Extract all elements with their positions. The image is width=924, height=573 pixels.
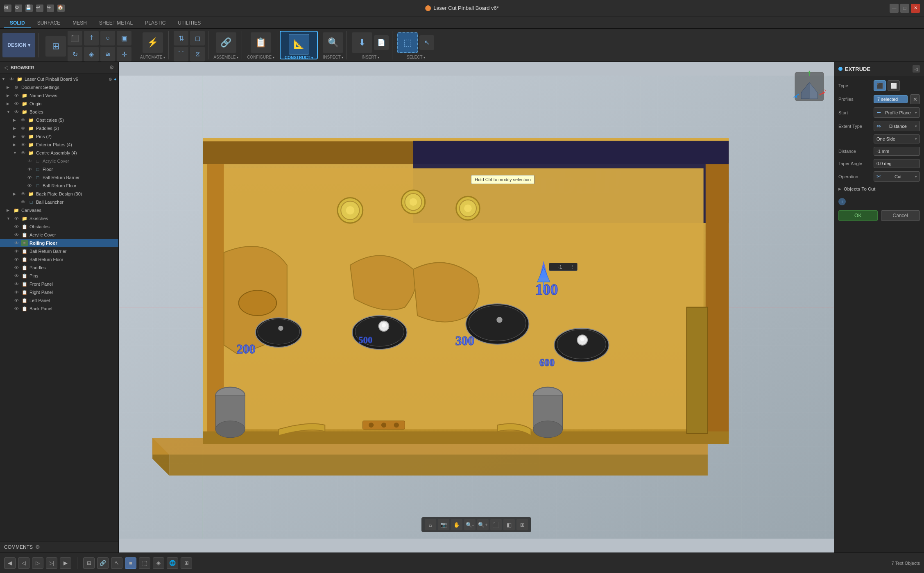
ball-return-barrier-body-eye[interactable]: 👁 [26,174,33,181]
tree-obstacles[interactable]: ▶ 👁 📁 Obsticales (5) [0,116,118,124]
type-thin-btn[interactable]: ⬜ [888,80,900,91]
status-next-btn[interactable]: ▷| [46,557,57,569]
status-end-btn[interactable]: ▶ [60,557,71,569]
root-settings-icon[interactable]: ⚙ [109,77,112,82]
comments-settings-icon[interactable]: ⚙ [35,544,40,550]
status-arrow-btn[interactable]: ↖ [111,557,122,569]
select2-icon[interactable]: ↖ [419,35,434,50]
sketches-eye[interactable]: 👁 [13,215,20,222]
tab-mesh[interactable]: MESH [67,18,93,28]
vp-display2-btn[interactable]: ◧ [503,519,515,530]
acrylic-sketch-eye[interactable]: 👁 [13,232,20,238]
status-back-btn[interactable]: ◀ [4,557,16,569]
paddles-eye[interactable]: 👁 [20,125,26,132]
distance-input-overlay[interactable]: ⋮ [549,263,578,271]
tree-origin[interactable]: ▶ 👁 📁 Origin [0,100,118,108]
tree-back-panel-sketch[interactable]: 👁 📋 Back Panel [0,305,118,313]
save-icon[interactable]: 💾 [25,5,33,12]
tab-utilities[interactable]: UTILITIES [172,18,206,28]
tree-pins[interactable]: ▶ 👁 📁 Pins (2) [0,132,118,141]
extrude-icon[interactable]: ⬛ [68,31,82,45]
obstacles-sketch-eye[interactable]: 👁 [13,223,20,230]
insert-icon[interactable]: ⬇ [352,32,372,53]
status-solid-btn[interactable]: ■ [125,557,136,569]
operation-dropdown[interactable]: ✂ Cut ▾ [874,171,920,182]
tree-named-views[interactable]: ▶ 👁 📁 Named Views [0,91,118,100]
taper-input[interactable] [876,161,917,166]
extent-type-dropdown[interactable]: ⇔ Distance ▾ [874,121,920,131]
construct-plane-icon[interactable]: 📐 [289,34,309,55]
info-button[interactable]: i [838,198,846,205]
exterior-plates-eye[interactable]: 👁 [20,141,26,148]
tab-solid[interactable]: SOLID [4,18,31,28]
extrude-collapse-btn[interactable]: ◁ [913,65,920,73]
brb-sketch-eye[interactable]: 👁 [13,248,20,255]
front-panel-eye[interactable]: 👁 [13,281,20,287]
tree-left-panel-sketch[interactable]: 👁 📋 Left Panel [0,296,118,305]
floor-body-eye[interactable]: 👁 [26,166,33,173]
ok-button[interactable]: OK [838,210,878,221]
pins-sketch-eye[interactable]: 👁 [13,273,20,279]
new-component-icon[interactable]: ⊞ [45,36,66,57]
status-play-btn[interactable]: ▷ [32,557,43,569]
pins-eye[interactable]: 👁 [20,133,26,140]
loft-icon[interactable]: ◈ [84,47,99,61]
window-controls[interactable]: — □ ✕ [890,4,920,13]
vp-grid-btn[interactable]: ⊞ [516,519,528,530]
vp-camera-btn[interactable]: 📷 [438,519,449,530]
shell-icon[interactable]: ◻ [190,31,205,45]
tree-bodies[interactable]: ▼ 👁 📁 Bodies [0,108,118,116]
tab-sheet-metal[interactable]: SHEET METAL [93,18,138,28]
tree-centre-assembly[interactable]: ▼ 👁 📁 Centre Assembly (4) [0,149,118,157]
status-wire-btn[interactable]: ⬚ [139,557,150,569]
centre-assembly-eye[interactable]: 👁 [20,150,26,156]
tree-front-panel-sketch[interactable]: 👁 📋 Front Panel [0,280,118,288]
back-panel-eye[interactable]: 👁 [13,305,20,312]
status-grid2-btn[interactable]: ⊞ [181,557,192,569]
fillet-icon[interactable]: ⌒ [174,47,188,61]
vp-pan-btn[interactable]: ✋ [451,519,462,530]
select-icon[interactable]: ⬚ [397,32,418,53]
cancel-button[interactable]: Cancel [881,210,920,221]
tree-exterior-plates[interactable]: ▶ 👁 📁 Exterior Plates (4) [0,141,118,149]
brf-sketch-eye[interactable]: 👁 [13,256,20,263]
tree-canvases[interactable]: ▶ 📁 Canvases [0,206,118,214]
move-icon[interactable]: ✛ [117,47,131,61]
tree-obstacles-sketch[interactable]: 👁 📋 Obstacles [0,223,118,231]
sweep-icon[interactable]: ⤴ [84,31,99,45]
taper-control[interactable] [874,159,920,168]
root-eye[interactable]: 👁 [8,76,15,82]
home-icon[interactable]: 🏠 [57,5,65,12]
rolling-floor-eye[interactable]: 👁 [13,240,20,246]
undo-icon[interactable]: ↩ [36,5,43,12]
ball-return-floor-body-eye[interactable]: 👁 [26,182,33,189]
profiles-clear-btn[interactable]: ✕ [910,94,920,104]
inspect-icon[interactable]: 🔍 [323,32,343,53]
tab-surface[interactable]: SURFACE [32,18,66,28]
close-btn[interactable]: ✕ [911,4,920,13]
thread-icon[interactable]: ≋ [100,47,115,61]
tree-acrylic-cover-body[interactable]: ▶ 👁 □ Acrylic Cover [0,157,118,165]
draft-icon[interactable]: ⧖ [190,47,205,61]
tree-sketches[interactable]: ▼ 👁 📁 Sketches [0,214,118,223]
status-link-btn[interactable]: 🔗 [97,557,109,569]
left-panel-eye[interactable]: 👁 [13,297,20,304]
tree-ball-return-barrier-sketch[interactable]: 👁 📋 Ball Return Barrier [0,247,118,255]
minimize-btn[interactable]: — [890,4,899,13]
tree-ball-return-barrier-body[interactable]: ▶ 👁 □ Ball Return Barrier [0,173,118,182]
acrylic-cover-body-eye[interactable]: 👁 [26,158,33,164]
tree-paddles-sketch[interactable]: 👁 📋 Paddles [0,264,118,272]
configure-icon[interactable]: 📋 [251,32,271,53]
paddles-sketch-eye[interactable]: 👁 [13,264,20,271]
distance-input-field[interactable] [552,264,568,270]
status-cube-btn[interactable]: ⊞ [83,557,95,569]
one-side-dropdown[interactable]: One Side ▾ [874,134,920,143]
automate-icon[interactable]: ⚡ [143,32,163,53]
tab-plastic[interactable]: PLASTIC [139,18,171,28]
grid-icon[interactable]: ⊞ [4,5,11,12]
distance-input[interactable] [876,149,917,154]
origin-eye[interactable]: 👁 [13,100,20,107]
bodies-eye[interactable]: 👁 [13,109,20,115]
status-prev-btn[interactable]: ◁ [18,557,29,569]
type-solid-btn[interactable]: ⬛ [874,80,886,91]
